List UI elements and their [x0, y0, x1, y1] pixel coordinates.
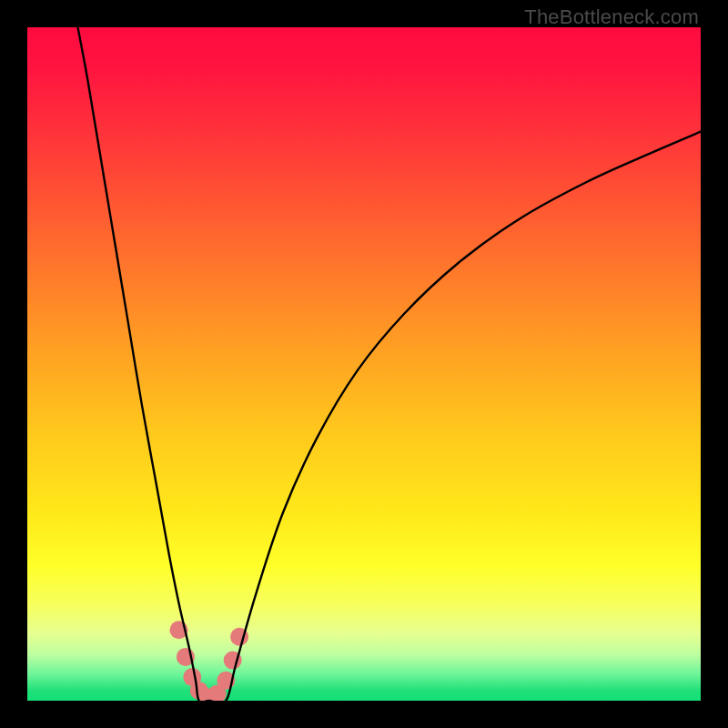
plot-area: [27, 27, 701, 701]
watermark-text: TheBottleneck.com: [524, 5, 699, 29]
bottleneck-curve: [78, 27, 702, 701]
chart-frame: TheBottleneck.com: [0, 0, 728, 728]
curve-layer: [27, 27, 701, 701]
